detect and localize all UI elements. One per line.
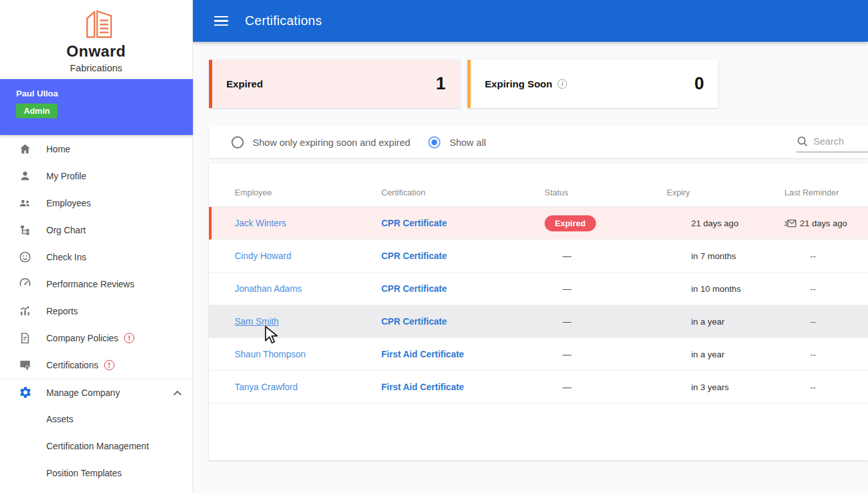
gear-icon [18,386,32,400]
search-icon [796,135,809,148]
column-header-certification: Certification [381,188,545,197]
filter-bar: Show only expiring soon and expired Show… [209,126,868,158]
person-icon [18,169,32,183]
table-row[interactable]: Cindy Howard CPR Certificate — in 7 mont… [209,240,868,273]
expired-summary-card[interactable]: Expired 1 [209,60,460,108]
search-field[interactable] [796,132,868,152]
column-header-employee: Employee [235,188,381,197]
table-row[interactable]: Sam Smith CPR Certificate — in a year -- [209,305,868,338]
admin-badge: Admin [16,103,57,118]
table-row[interactable]: Tanya Crawford First Aid Certificate — i… [209,371,868,404]
table-header-row: Employee Certification Status Expiry Las… [209,163,868,207]
radio-label: Show all [449,137,486,148]
expiring-soon-summary-card[interactable]: Expiring Soon i 0 [467,60,718,108]
people-icon [18,196,32,210]
sidebar-item-org-chart[interactable]: Org Chart [0,217,192,244]
last-reminder-cell: -- [784,382,868,392]
status-cell: — [545,350,667,359]
radio-show-expiring-only[interactable]: Show only expiring soon and expired [231,136,410,148]
brand-name: Onward [0,42,192,60]
column-header-status: Status [545,188,667,197]
sidebar-subitem-certification-management[interactable]: Certification Management [0,433,192,460]
user-panel: Paul Ulloa Admin [0,79,193,135]
smiley-icon [18,250,32,264]
brand-subtitle: Fabrications [0,62,192,73]
table-row[interactable]: Jonathan Adams CPR Certificate — in 10 m… [209,273,868,305]
sidebar-item-label: Certifications [46,360,98,370]
column-header-last-reminder: Last Reminder [784,188,868,197]
sidebar: Onward Fabrications Paul Ulloa Admin Hom… [0,0,193,493]
search-input[interactable] [813,136,863,147]
status-cell: — [545,382,667,392]
sidebar-item-my-profile[interactable]: My Profile [0,163,192,190]
expiring-card-count: 0 [694,74,704,94]
employee-link[interactable]: Tanya Crawford [235,382,298,392]
sidebar-item-performance-reviews[interactable]: Performance Reviews [0,271,192,298]
certification-link[interactable]: First Aid Certificate [381,382,464,392]
status-cell: — [545,317,667,327]
last-reminder-cell: 21 days ago [784,219,868,228]
last-reminder-cell: -- [784,284,868,294]
status-cell: — [545,284,667,294]
certification-link[interactable]: CPR Certificate [381,251,447,261]
company-logo: Onward Fabrications [0,0,192,73]
user-name: Paul Ulloa [16,89,177,98]
sidebar-item-reports[interactable]: Reports [0,298,192,325]
employee-link[interactable]: Shaun Thompson [235,349,305,359]
expiry-cell: in 7 months [667,251,784,261]
expiry-cell: 21 days ago [667,219,784,228]
home-icon [18,142,32,156]
sidebar-item-label: Performance Reviews [46,279,134,289]
last-reminder-cell: -- [784,317,868,327]
table-row[interactable]: Jack Winters CPR Certificate Expired 21 … [209,207,868,240]
radio-show-all[interactable]: Show all [428,136,486,148]
sidebar-item-label: Employees [46,198,91,208]
column-header-expiry: Expiry [667,188,784,197]
certifications-table: Employee Certification Status Expiry Las… [209,163,868,460]
expiring-card-label: Expiring Soon [485,78,552,90]
radio-checked-icon[interactable] [428,136,440,148]
certification-link[interactable]: First Aid Certificate [381,349,464,359]
table-row[interactable]: Shaun Thompson First Aid Certificate — i… [209,338,868,371]
certification-link[interactable]: CPR Certificate [381,316,447,327]
document-icon [18,331,32,345]
chevron-up-icon [173,387,182,399]
certificate-icon [18,358,32,372]
info-icon[interactable]: i [557,79,567,89]
expired-card-label: Expired [226,78,263,90]
sidebar-subitem-position-templates[interactable]: Position Templates [0,460,192,487]
expiry-cell: in a year [667,350,784,359]
expired-status-badge: Expired [545,215,596,231]
employee-link[interactable]: Jonathan Adams [235,283,302,294]
alert-icon: ! [124,333,134,343]
expiry-cell: in 10 months [667,284,784,294]
employee-link[interactable]: Cindy Howard [235,251,291,261]
alert-icon: ! [104,360,114,370]
radio-label: Show only expiring soon and expired [253,137,410,148]
sidebar-item-employees[interactable]: Employees [0,190,192,217]
sidebar-item-check-ins[interactable]: Check Ins [0,244,192,271]
expired-card-count: 1 [436,74,446,94]
certification-link[interactable]: CPR Certificate [381,218,447,228]
chart-icon [18,304,32,318]
sidebar-item-label: My Profile [46,171,86,181]
certification-link[interactable]: CPR Certificate [381,283,447,294]
employee-link[interactable]: Sam Smith [235,316,278,327]
sidebar-menu: Home My Profile Employees Org Chart Chec… [0,136,192,487]
topbar: Certifications [193,0,868,42]
sidebar-item-home[interactable]: Home [0,136,192,163]
sidebar-item-manage-company[interactable]: Manage Company [0,379,192,406]
sidebar-item-label: Org Chart [46,225,86,235]
last-reminder-cell: -- [784,251,868,261]
gauge-icon [18,277,32,291]
reminder-email-icon [784,219,797,228]
sidebar-item-certifications[interactable]: Certifications ! [0,352,192,379]
hamburger-menu-icon[interactable] [214,13,228,29]
sidebar-item-company-policies[interactable]: Company Policies ! [0,325,192,352]
buildings-logo-icon [76,5,117,41]
radio-unchecked-icon[interactable] [231,136,244,148]
sidebar-subitem-assets[interactable]: Assets [0,406,192,433]
page-title: Certifications [245,13,322,28]
expiry-cell: in 3 years [667,382,784,392]
employee-link[interactable]: Jack Winters [235,218,286,228]
